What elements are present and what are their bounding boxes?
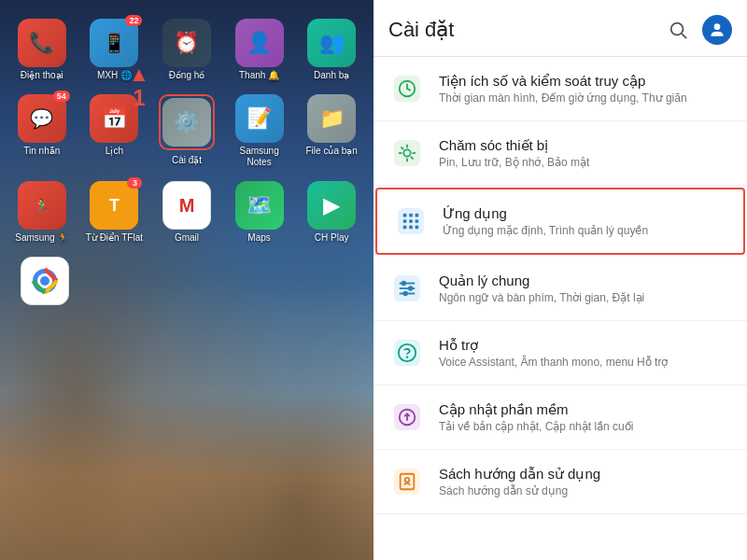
svg-rect-9 xyxy=(409,214,413,217)
home-screen: 📞 Điện thoại 📱 22 MXH 🌐 ⏰ Đồng hồ 👤 Than… xyxy=(0,0,374,560)
tien-ich-subtitle: Thời gian màn hình, Đếm giờ ứng dụng, Th… xyxy=(439,91,732,105)
app-phone[interactable]: 📞 Điện thoại xyxy=(9,19,75,81)
cham-soc-subtitle: Pin, Lưu trữ, Bộ nhớ, Bảo mật xyxy=(439,156,732,169)
svg-point-24 xyxy=(407,357,408,357)
settings-item-cap-nhat[interactable]: Cập nhật phần mềm Tải về bản cập nhật, C… xyxy=(374,385,747,450)
svg-rect-8 xyxy=(403,214,407,217)
tien-ich-title: Tiện ích số và kiểm soát truy cập xyxy=(439,73,732,90)
settings-item-tien-ich[interactable]: Tiện ích số và kiểm soát truy cập Thời g… xyxy=(374,57,747,121)
tien-ich-icon xyxy=(394,76,420,102)
search-icon[interactable] xyxy=(665,17,691,43)
app-maps[interactable]: 🗺️ Maps xyxy=(227,181,292,244)
app-files[interactable]: 📁 File của bạn xyxy=(299,94,364,168)
step1-number: 1 xyxy=(129,85,149,111)
app-messages[interactable]: 💬 54 Tin nhắn xyxy=(9,94,75,168)
app-gmail[interactable]: M Gmail xyxy=(154,181,219,244)
ho-tro-subtitle: Voice Assistant, Âm thanh mono, menu Hỗ … xyxy=(439,356,732,369)
app-contacts[interactable]: 👥 Danh bạ xyxy=(299,19,364,81)
svg-point-2 xyxy=(40,276,49,286)
cham-soc-icon xyxy=(394,140,420,166)
ung-dung-title: Ứng dụng xyxy=(443,205,728,222)
svg-point-5 xyxy=(714,23,721,30)
sach-huong-icon xyxy=(394,469,420,495)
sach-huong-subtitle: Sách hướng dẫn sử dụng xyxy=(439,484,732,497)
ho-tro-title: Hỗ trợ xyxy=(439,337,732,354)
app-thanh[interactable]: 👤 Thanh 🔔 xyxy=(227,19,292,81)
svg-rect-11 xyxy=(403,219,407,223)
svg-point-20 xyxy=(402,282,406,286)
sach-huong-title: Sách hướng dẫn sử dụng xyxy=(439,466,732,483)
settings-title: Cài đặt xyxy=(388,18,454,42)
app-tflat[interactable]: T 3 Từ Điển TFlat xyxy=(82,181,148,244)
svg-point-27 xyxy=(405,478,410,483)
svg-rect-15 xyxy=(409,226,413,230)
settings-list: Tiện ích số và kiểm soát truy cập Thời g… xyxy=(374,57,747,560)
cap-nhat-title: Cập nhật phần mềm xyxy=(439,401,732,418)
svg-rect-14 xyxy=(403,226,407,230)
settings-panel: Cài đặt xyxy=(374,0,747,560)
settings-item-cham-soc[interactable]: Chăm sóc thiết bị Pin, Lưu trữ, Bộ nhớ, … xyxy=(374,121,747,186)
cap-nhat-icon xyxy=(394,404,420,430)
cham-soc-title: Chăm sóc thiết bị xyxy=(439,137,732,154)
svg-rect-16 xyxy=(416,226,419,230)
settings-item-quan-ly[interactable]: Quản lý chung Ngôn ngữ và bàn phím, Thời… xyxy=(374,257,747,321)
svg-rect-10 xyxy=(416,214,419,217)
settings-item-sach-huong[interactable]: Sách hướng dẫn sử dụng Sách hướng dẫn sử… xyxy=(374,450,747,514)
svg-point-3 xyxy=(671,23,684,35)
svg-point-7 xyxy=(403,149,410,156)
app-clock[interactable]: ⏰ Đồng hồ xyxy=(154,19,219,81)
app-samsung-health[interactable]: 🏃‍♂️ Samsung 🏃‍ xyxy=(9,181,75,244)
quan-ly-icon xyxy=(394,275,420,301)
svg-point-21 xyxy=(409,287,413,290)
ung-dung-icon xyxy=(398,208,424,234)
settings-item-ho-tro[interactable]: Hỗ trợ Voice Assistant, Âm thanh mono, m… xyxy=(374,321,747,385)
app-chplay[interactable]: ▶ CH Play xyxy=(299,181,364,244)
quan-ly-subtitle: Ngôn ngữ và bàn phím, Thời gian, Đặt lại xyxy=(439,291,732,304)
svg-rect-13 xyxy=(416,219,419,223)
ho-tro-icon xyxy=(394,340,420,366)
app-notes[interactable]: 📝 Samsung Notes xyxy=(227,94,292,168)
svg-point-22 xyxy=(403,292,407,296)
cap-nhat-subtitle: Tải về bản cập nhật, Cập nhật lần cuối xyxy=(439,420,732,433)
svg-line-4 xyxy=(682,34,686,38)
quan-ly-title: Quản lý chung xyxy=(439,273,732,289)
arrow-indicator: ▲ xyxy=(129,64,149,85)
ung-dung-subtitle: Ứng dụng mặc định, Trình quản lý quyền xyxy=(443,224,728,237)
header-icons xyxy=(665,15,732,45)
svg-rect-12 xyxy=(409,219,413,223)
settings-header: Cài đặt xyxy=(374,0,747,57)
user-avatar[interactable] xyxy=(702,15,732,45)
app-settings[interactable]: ⚙️ Cài đặt xyxy=(154,94,219,168)
settings-item-ung-dung[interactable]: Ứng dụng Ứng dụng mặc định, Trình quản l… xyxy=(375,188,745,255)
